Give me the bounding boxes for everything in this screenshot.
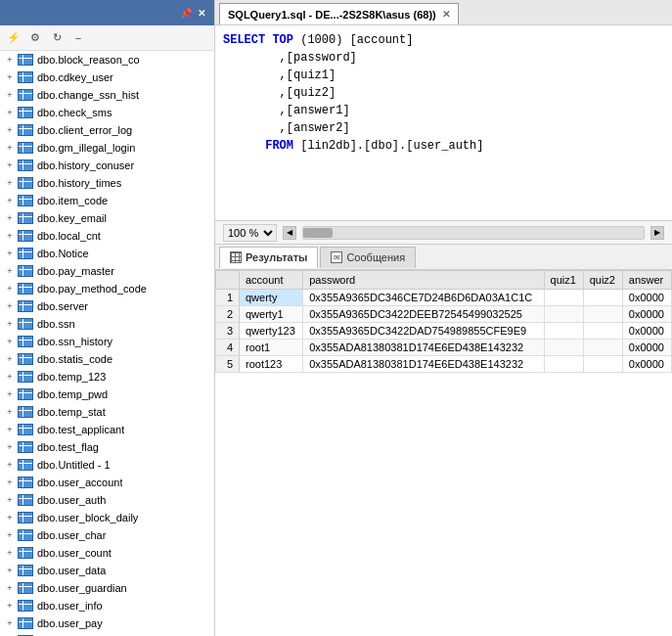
cell-account[interactable]: root1 xyxy=(240,340,303,356)
tree-item[interactable]: + dbo.user_pay_recom xyxy=(0,632,214,636)
table-icon xyxy=(18,353,33,365)
scroll-right-arrow[interactable]: ▶ xyxy=(650,226,664,240)
expand-icon: + xyxy=(4,371,16,383)
cell-quiz2[interactable] xyxy=(583,323,622,340)
result-tab-1[interactable]: ✉Сообщения xyxy=(320,247,416,268)
cell-answer[interactable]: 0x0000 xyxy=(622,290,671,306)
cell-answer[interactable]: 0x0000 xyxy=(622,323,671,340)
tree-item[interactable]: + dbo.user_account xyxy=(0,474,214,491)
data-table-wrapper[interactable]: accountpasswordquiz1quiz2answer1qwerty0x… xyxy=(215,270,672,636)
tree-item[interactable]: + dbo.statis_code xyxy=(0,350,214,368)
cell-answer[interactable]: 0x0000 xyxy=(622,340,671,356)
tree-item[interactable]: + dbo.local_cnt xyxy=(0,227,214,245)
cell-password[interactable]: 0x355ADA81380381D174E6ED438E143232 xyxy=(303,356,544,373)
column-header: password xyxy=(303,271,544,290)
identifier: [password] xyxy=(287,51,357,65)
tree-item[interactable]: + dbo.change_ssn_hist xyxy=(0,86,214,104)
tree-item[interactable]: + dbo.check_sms xyxy=(0,104,214,121)
tree-item[interactable]: + dbo.user_auth xyxy=(0,491,214,509)
tree-item[interactable]: + dbo.pay_method_code xyxy=(0,280,214,297)
cell-quiz1[interactable] xyxy=(544,290,583,306)
cell-answer[interactable]: 0x0000 xyxy=(622,306,671,323)
cell-password[interactable]: 0x355A9365DC346CE7D24B6D6DA03A1C1C xyxy=(303,290,544,306)
left-toolbar: ⚡ ⚙ ↻ − xyxy=(0,25,214,51)
tree-item[interactable]: + dbo.Untitled - 1 xyxy=(0,456,214,474)
tree-item-label: dbo.pay_method_code xyxy=(37,283,147,295)
tree-item[interactable]: + dbo.key_email xyxy=(0,209,214,227)
tree-item[interactable]: + dbo.temp_stat xyxy=(0,403,214,421)
tree-item[interactable]: + dbo.ssn xyxy=(0,315,214,333)
identifier: , xyxy=(280,51,287,65)
table-row[interactable]: 1qwerty0x355A9365DC346CE7D24B6D6DA03A1C1… xyxy=(216,290,672,306)
tree-item[interactable]: + dbo.user_block_daily xyxy=(0,509,214,526)
expand-icon: + xyxy=(4,142,16,154)
table-row[interactable]: 3qwerty1230x355A9365DC3422DAD754989855CF… xyxy=(216,323,672,340)
tree-item[interactable]: + dbo.test_flag xyxy=(0,438,214,456)
scroll-left-arrow[interactable]: ◀ xyxy=(283,226,296,240)
cell-password[interactable]: 0x355A9365DC3422DAD754989855CFE9E9 xyxy=(303,323,544,340)
tree-item[interactable]: + dbo.user_pay xyxy=(0,614,214,632)
table-row[interactable]: 5root1230x355ADA81380381D174E6ED438E1432… xyxy=(216,356,672,373)
cell-quiz2[interactable] xyxy=(583,340,622,356)
tree-item[interactable]: + dbo.user_count xyxy=(0,544,214,562)
close-panel-icon[interactable]: ✕ xyxy=(195,6,208,20)
tree-item[interactable]: + dbo.history_conuser xyxy=(0,157,214,174)
zoom-select[interactable]: 100 % 75 % 150 % xyxy=(223,224,277,242)
query-tab-0[interactable]: SQLQuery1.sql - DE...-2S2S8K\asus (68))✕ xyxy=(219,3,459,24)
tree-item[interactable]: + dbo.cdkey_user xyxy=(0,68,214,86)
query-line: SELECT TOP (1000) [account] xyxy=(223,31,664,49)
cell-quiz2[interactable] xyxy=(583,290,622,306)
cell-quiz1[interactable] xyxy=(544,356,583,373)
row-number: 2 xyxy=(216,306,240,323)
identifier: [lin2db].[dbo].[user_auth] xyxy=(293,139,483,153)
filter-button[interactable]: ⚙ xyxy=(25,28,45,48)
tree-item[interactable]: + dbo.item_code xyxy=(0,192,214,209)
tree-item[interactable]: + dbo.server xyxy=(0,297,214,315)
tree-item[interactable]: + dbo.block_reason_co xyxy=(0,51,214,68)
tree-item[interactable]: + dbo.Notice xyxy=(0,245,214,262)
grid-icon xyxy=(230,251,242,263)
expand-icon: + xyxy=(4,494,16,506)
cell-quiz1[interactable] xyxy=(544,323,583,340)
tree-item[interactable]: + dbo.ssn_history xyxy=(0,333,214,350)
cell-quiz1[interactable] xyxy=(544,340,583,356)
tree-item[interactable]: + dbo.pay_master xyxy=(0,262,214,280)
horizontal-scrollbar[interactable] xyxy=(302,226,645,240)
refresh-button[interactable]: ↻ xyxy=(47,28,67,48)
table-row[interactable]: 4root10x355ADA81380381D174E6ED438E143232… xyxy=(216,340,672,356)
pin-icon[interactable]: 📌 xyxy=(179,6,193,20)
tree-item[interactable]: + dbo.test_applicant xyxy=(0,421,214,438)
expand-icon: + xyxy=(4,283,16,295)
result-tab-0[interactable]: Результаты xyxy=(219,247,318,268)
cell-password[interactable]: 0x355A9365DC3422DEEB72545499032525 xyxy=(303,306,544,323)
cell-password[interactable]: 0x355ADA81380381D174E6ED438E143232 xyxy=(303,340,544,356)
identifier: , xyxy=(280,104,287,117)
connect-button[interactable]: ⚡ xyxy=(4,28,23,48)
expand-icon: + xyxy=(4,547,16,559)
tree-item[interactable]: + dbo.temp_pwd xyxy=(0,386,214,403)
tree-item-label: dbo.cdkey_user xyxy=(37,71,113,83)
cell-account[interactable]: root123 xyxy=(240,356,303,373)
tree-item[interactable]: + dbo.user_info xyxy=(0,597,214,614)
tree-item[interactable]: + dbo.history_times xyxy=(0,174,214,192)
tree-item[interactable]: + dbo.user_data xyxy=(0,562,214,579)
collapse-button[interactable]: − xyxy=(68,28,88,48)
tab-close-icon[interactable]: ✕ xyxy=(442,9,450,20)
tree-item-label: dbo.check_sms xyxy=(37,107,112,118)
cell-account[interactable]: qwerty xyxy=(240,290,303,306)
table-row[interactable]: 2qwerty10x355A9365DC3422DEEB725454990325… xyxy=(216,306,672,323)
tree-item[interactable]: + dbo.user_char xyxy=(0,526,214,544)
tree-item-label: dbo.user_account xyxy=(37,477,122,488)
cell-quiz2[interactable] xyxy=(583,306,622,323)
query-editor[interactable]: SELECT TOP (1000) [account] ,[password] … xyxy=(215,25,672,221)
cell-account[interactable]: qwerty123 xyxy=(240,323,303,340)
tree-item[interactable]: + dbo.client_error_log xyxy=(0,121,214,139)
cell-account[interactable]: qwerty1 xyxy=(240,306,303,323)
tree-item[interactable]: + dbo.temp_123 xyxy=(0,368,214,386)
tree-item[interactable]: + dbo.user_guardian xyxy=(0,579,214,597)
table-icon xyxy=(18,494,33,506)
cell-answer[interactable]: 0x0000 xyxy=(622,356,671,373)
tree-item[interactable]: + dbo.gm_illegal_login xyxy=(0,139,214,157)
cell-quiz2[interactable] xyxy=(583,356,622,373)
cell-quiz1[interactable] xyxy=(544,306,583,323)
